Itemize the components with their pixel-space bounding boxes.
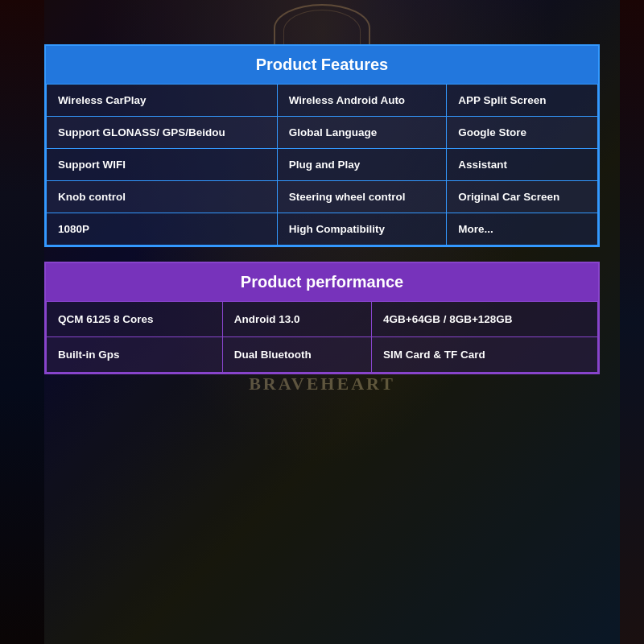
- feature-cell: Assistant: [447, 149, 598, 181]
- table-row: Knob control Steering wheel control Orig…: [47, 181, 598, 213]
- performance-title: Product performance: [241, 273, 403, 291]
- performance-cell: QCM 6125 8 Cores: [47, 302, 223, 337]
- feature-cell: Wireless Android Auto: [277, 85, 446, 117]
- feature-cell: Knob control: [47, 181, 278, 213]
- feature-cell: High Compatibility: [277, 213, 446, 246]
- performance-cell: Dual Bluetooth: [222, 337, 371, 373]
- performance-cell: 4GB+64GB / 8GB+128GB: [371, 302, 597, 337]
- feature-cell: More...: [447, 213, 598, 246]
- table-row: Wireless CarPlay Wireless Android Auto A…: [47, 85, 598, 117]
- content-wrapper: Product Features Wireless CarPlay Wirele…: [0, 0, 644, 644]
- feature-cell: Steering wheel control: [277, 181, 446, 213]
- feature-cell: Support WIFI: [47, 149, 278, 181]
- features-title: Product Features: [256, 56, 388, 73]
- table-row: Support WIFI Plug and Play Assistant: [47, 149, 598, 181]
- feature-cell: Original Car Screen: [447, 181, 598, 213]
- features-section: Product Features Wireless CarPlay Wirele…: [44, 44, 600, 247]
- performance-section: Product performance QCM 6125 8 Cores And…: [44, 262, 600, 374]
- table-row: Built-in Gps Dual Bluetooth SIM Card & T…: [47, 337, 598, 373]
- table-row: 1080P High Compatibility More...: [47, 213, 598, 246]
- performance-header: Product performance: [46, 263, 598, 301]
- feature-cell: 1080P: [47, 213, 278, 246]
- features-table: Wireless CarPlay Wireless Android Auto A…: [46, 84, 598, 246]
- feature-cell: Google Store: [447, 117, 598, 149]
- performance-cell: Built-in Gps: [47, 337, 223, 373]
- feature-cell: Global Language: [277, 117, 446, 149]
- feature-cell: Wireless CarPlay: [47, 85, 278, 117]
- table-row: QCM 6125 8 Cores Android 13.0 4GB+64GB /…: [47, 302, 598, 337]
- performance-table: QCM 6125 8 Cores Android 13.0 4GB+64GB /…: [46, 301, 598, 373]
- feature-cell: Support GLONASS/ GPS/Beidou: [47, 117, 278, 149]
- performance-cell: Android 13.0: [222, 302, 371, 337]
- performance-cell: SIM Card & TF Card: [371, 337, 597, 373]
- feature-cell: Plug and Play: [277, 149, 446, 181]
- feature-cell: APP Split Screen: [447, 85, 598, 117]
- table-row: Support GLONASS/ GPS/Beidou Global Langu…: [47, 117, 598, 149]
- features-header: Product Features: [46, 46, 598, 84]
